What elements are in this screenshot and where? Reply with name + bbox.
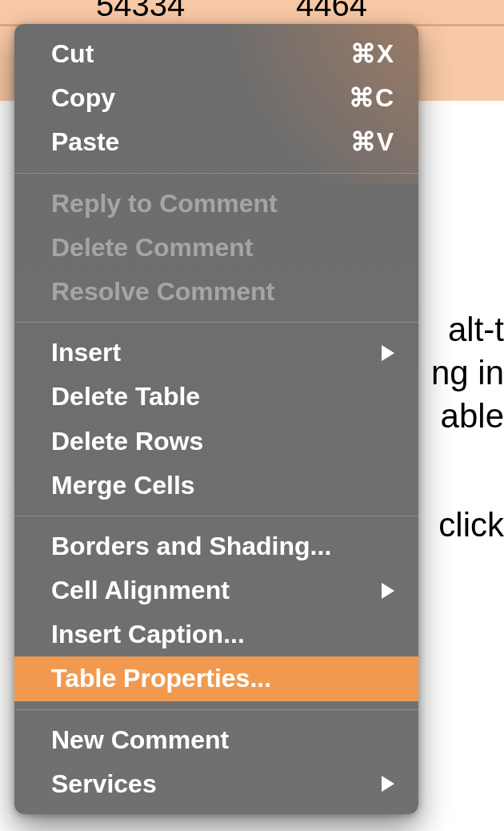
- menu-item-label: New Comment: [51, 723, 394, 757]
- menu-item-delete-rows[interactable]: Delete Rows: [14, 420, 418, 464]
- menu-item-reply-to-comment: Reply to Comment: [14, 182, 418, 226]
- menu-item-label: Paste: [51, 125, 350, 159]
- menu-item-label: Insert Caption...: [51, 617, 394, 652]
- menu-item-resolve-comment: Resolve Comment: [14, 270, 418, 314]
- submenu-arrow-icon: [382, 583, 394, 599]
- menu-item-paste[interactable]: Paste ⌘V: [14, 120, 418, 164]
- menu-item-cut[interactable]: Cut ⌘X: [14, 32, 418, 76]
- menu-item-label: Delete Table: [51, 379, 394, 414]
- background-text: able: [441, 397, 504, 436]
- menu-item-borders-and-shading[interactable]: Borders and Shading...: [14, 524, 418, 568]
- background-text: click: [438, 506, 504, 544]
- menu-group: Cut ⌘X Copy ⌘C Paste ⌘V: [14, 24, 418, 173]
- menu-item-shortcut: ⌘X: [350, 37, 394, 71]
- menu-item-shortcut: ⌘V: [350, 125, 394, 159]
- menu-group: Reply to Comment Delete Comment Resolve …: [14, 174, 418, 323]
- table-cell-value: 54334: [96, 0, 185, 23]
- background-text: alt-t: [448, 311, 504, 349]
- menu-item-delete-comment: Delete Comment: [14, 226, 418, 270]
- menu-item-insert-caption[interactable]: Insert Caption...: [14, 612, 418, 656]
- menu-item-label: Cell Alignment: [51, 573, 374, 608]
- submenu-arrow-icon: [382, 776, 394, 792]
- menu-item-insert[interactable]: Insert: [14, 331, 418, 375]
- menu-item-cell-alignment[interactable]: Cell Alignment: [14, 568, 418, 612]
- menu-item-label: Services: [51, 767, 374, 801]
- table-cell-value: 4464: [296, 0, 367, 23]
- menu-item-label: Table Properties...: [51, 661, 394, 696]
- menu-group: New Comment Services: [14, 710, 418, 814]
- menu-group: Insert Delete Table Delete Rows Merge Ce…: [14, 323, 418, 516]
- menu-item-delete-table[interactable]: Delete Table: [14, 375, 418, 419]
- menu-item-label: Delete Comment: [51, 231, 394, 265]
- menu-item-label: Delete Rows: [51, 424, 394, 459]
- context-menu: Cut ⌘X Copy ⌘C Paste ⌘V Reply to Comment: [14, 24, 418, 814]
- menu-item-label: Resolve Comment: [51, 275, 394, 309]
- stage: 54334 4464 alt-t ng in able click Cut ⌘X…: [0, 0, 504, 831]
- menu-item-label: Merge Cells: [51, 468, 394, 503]
- menu-item-label: Copy: [51, 81, 349, 115]
- background-text: ng in: [431, 354, 504, 392]
- menu-item-shortcut: ⌘C: [349, 81, 394, 115]
- menu-item-table-properties[interactable]: Table Properties...: [14, 656, 418, 701]
- menu-group: Borders and Shading... Cell Alignment In…: [14, 516, 418, 709]
- menu-item-label: Cut: [51, 37, 350, 71]
- menu-item-label: Reply to Comment: [51, 187, 394, 221]
- menu-item-services[interactable]: Services: [14, 762, 418, 806]
- menu-item-new-comment[interactable]: New Comment: [14, 718, 418, 762]
- menu-item-label: Insert: [51, 335, 374, 370]
- menu-item-label: Borders and Shading...: [51, 529, 394, 564]
- menu-item-merge-cells[interactable]: Merge Cells: [14, 464, 418, 508]
- menu-item-copy[interactable]: Copy ⌘C: [14, 76, 418, 120]
- submenu-arrow-icon: [382, 345, 394, 361]
